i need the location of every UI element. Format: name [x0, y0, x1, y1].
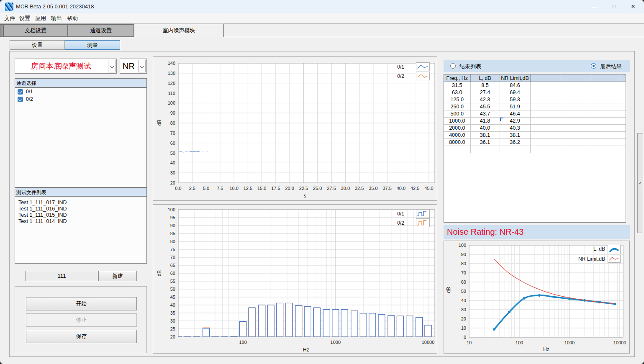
new-button[interactable]: 新建 [98, 271, 137, 281]
nr-chart-y-axis-label: dB [446, 287, 452, 293]
subtab-settings[interactable]: 设置 [10, 40, 65, 50]
svg-text:100: 100 [459, 243, 466, 248]
svg-text:30: 30 [170, 170, 175, 175]
table-row[interactable] [444, 146, 626, 153]
svg-text:50: 50 [170, 287, 175, 292]
menu-bar: 文件 设置 应用 输出 帮助 [0, 13, 644, 23]
rating-combo[interactable]: NR [120, 59, 147, 74]
svg-text:1000: 1000 [564, 340, 575, 345]
nr-legend-label-l: L, dB [555, 246, 605, 252]
results-mode-bar: 结果列表 最后结果 [444, 60, 630, 72]
svg-text:5.0: 5.0 [203, 186, 209, 191]
results-table: Freq., HzL, dBNR Limit,dB31.58.584.663.0… [444, 74, 626, 153]
results-table-header [561, 74, 591, 82]
channel-item-0-1[interactable]: 0/1 [18, 89, 146, 95]
table-row[interactable]: 125.042.359.3 [444, 96, 626, 103]
svg-text:30: 30 [461, 307, 466, 312]
svg-text:30: 30 [170, 318, 175, 323]
table-row[interactable]: 1000.041.842.9 [444, 118, 626, 125]
window-title: MCR Beta 2.05.0.001 20230418 [16, 3, 94, 10]
table-row[interactable]: 500.043.746.4 [444, 110, 626, 118]
file-name-input[interactable]: 111 [25, 271, 98, 281]
table-cell: 27.4 [470, 89, 500, 96]
file-list-item[interactable]: Test 1_111_016_IND [18, 206, 146, 212]
maximize-button[interactable]: □ [604, 0, 623, 13]
menu-settings[interactable]: 设置 [18, 15, 32, 22]
table-cell: 4000.0 [444, 132, 470, 139]
table-row[interactable]: 31.58.584.6 [444, 82, 626, 89]
test-type-combo[interactable]: 房间本底噪声测试 [15, 59, 117, 74]
stop-button[interactable]: 停止 [26, 313, 137, 327]
menu-apply[interactable]: 应用 [33, 15, 48, 22]
rating-dropdown-button[interactable] [138, 60, 146, 72]
test-type-dropdown-button[interactable] [108, 60, 115, 72]
table-cell: 36.1 [470, 139, 500, 146]
file-list-item[interactable]: Test 1_111_017_IND [18, 200, 146, 206]
minimize-button[interactable]: — [585, 0, 604, 13]
svg-text:100: 100 [168, 100, 175, 105]
svg-text:20: 20 [170, 180, 175, 185]
close-button[interactable]: ✕ [623, 0, 643, 13]
start-button[interactable]: 开始 [26, 297, 137, 310]
svg-text:42.5: 42.5 [411, 186, 419, 191]
menu-help[interactable]: 帮助 [65, 15, 80, 22]
svg-text:50: 50 [170, 151, 175, 156]
svg-text:10: 10 [467, 340, 472, 345]
channel-item-0-2[interactable]: 0/2 [18, 96, 146, 103]
menu-output[interactable]: 输出 [49, 15, 64, 22]
table-cell [530, 82, 561, 89]
table-cell [561, 125, 591, 132]
svg-text:10000: 10000 [422, 340, 435, 345]
svg-text:50: 50 [461, 289, 466, 294]
svg-text:90: 90 [461, 252, 466, 257]
save-button[interactable]: 保存 [26, 330, 137, 343]
tab-indoor-noise-module[interactable]: 室内噪声模块 [134, 24, 224, 37]
table-cell [561, 139, 591, 146]
tab-document-settings[interactable]: 文档设置 [3, 24, 68, 37]
radio-result-list[interactable] [450, 63, 456, 69]
table-cell [591, 110, 620, 118]
chevron-down-icon [140, 64, 144, 69]
table-cell [620, 125, 626, 132]
svg-text:10000: 10000 [613, 340, 626, 345]
table-cell [561, 103, 591, 110]
tab-channel-settings[interactable]: 通道设置 [68, 24, 134, 37]
svg-text:25: 25 [170, 326, 175, 331]
nr-legend-label-limit: NR Limit,dB [555, 256, 605, 262]
file-listbox[interactable]: Test 1_111_017_IND Test 1_111_016_IND Te… [15, 196, 147, 264]
channel-listbox[interactable]: 0/1 0/2 [15, 87, 147, 187]
svg-text:80: 80 [170, 239, 175, 244]
panel-collapse-button[interactable]: < [637, 133, 643, 233]
table-cell: 2000.0 [444, 125, 470, 132]
cell-selection-mark [500, 118, 503, 121]
radio-last-result[interactable] [591, 63, 596, 69]
time-history-chart-panel: 20304050607080901001101201301400.02.55.0… [153, 56, 437, 201]
checkbox-checked-icon[interactable] [18, 89, 23, 95]
svg-text:120: 120 [168, 81, 175, 86]
file-list-item[interactable]: Test 1_111_015_IND [18, 212, 146, 218]
subtab-measure[interactable]: 测量 [65, 40, 120, 50]
checkbox-checked-icon[interactable] [18, 97, 23, 102]
svg-text:70: 70 [461, 270, 466, 275]
menu-file[interactable]: 文件 [3, 15, 17, 22]
time-chart-y-axis-label: dB [157, 120, 162, 126]
app-icon [5, 3, 13, 11]
table-cell [561, 89, 591, 96]
results-table-header [620, 74, 626, 82]
table-cell: 38.1 [470, 132, 500, 139]
results-table-header [530, 74, 561, 82]
l-curve-icon [608, 245, 621, 254]
table-row[interactable]: 4000.038.138.1 [444, 132, 626, 139]
table-row[interactable]: 2000.040.040.3 [444, 125, 626, 132]
title-bar: MCR Beta 2.05.0.001 20230418 — □ ✕ [0, 0, 644, 13]
table-row[interactable]: 63.027.469.4 [444, 89, 626, 96]
table-row[interactable]: 8000.036.136.2 [444, 139, 626, 146]
test-type-value: 房间本底噪声测试 [15, 59, 107, 73]
spectrum-y-axis-label: dB [157, 270, 162, 277]
svg-text:27.5: 27.5 [327, 186, 336, 191]
svg-text:80: 80 [170, 120, 175, 126]
svg-text:40.0: 40.0 [397, 186, 405, 191]
table-row[interactable]: 250.045.551.9 [444, 103, 626, 110]
svg-text:40: 40 [170, 160, 175, 165]
file-list-item[interactable]: Test 1_111_014_IND [18, 218, 146, 225]
